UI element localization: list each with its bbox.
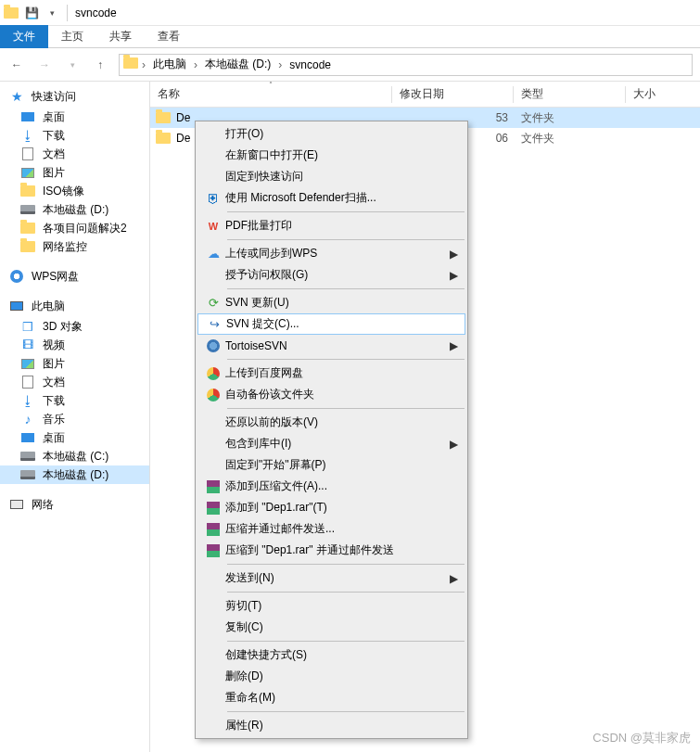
tab-file[interactable]: 文件: [0, 25, 48, 48]
context-menu-item[interactable]: 发送到(N)▶: [197, 567, 465, 589]
sidebar-network[interactable]: 网络: [0, 495, 149, 514]
window-titlebar: 💾 ▾ svncode: [0, 0, 700, 26]
tab-view[interactable]: 查看: [145, 25, 193, 48]
context-menu-item[interactable]: 复制(C): [197, 617, 465, 638]
crumb-pc[interactable]: 此电脑: [149, 57, 190, 72]
sidebar-item-documents[interactable]: 文档: [0, 145, 149, 163]
crumb-drive[interactable]: 本地磁盘 (D:): [201, 57, 274, 72]
sidebar-item-label: 音乐: [43, 412, 65, 427]
sidebar-item-drive-d[interactable]: 本地磁盘 (D:): [0, 465, 149, 484]
navbar: ← → ▾ ↑ › 此电脑 › 本地磁盘 (D:) › svncode: [0, 48, 700, 82]
chevron-right-icon: ▶: [450, 248, 458, 261]
sidebar-item-desktop[interactable]: 桌面: [0, 428, 149, 447]
save-icon[interactable]: 💾: [24, 6, 39, 20]
sidebar-item-drive-d[interactable]: 本地磁盘 (D:): [0, 200, 149, 219]
sidebar-item-label: 本地磁盘 (D:): [43, 202, 108, 218]
sidebar-item-pictures[interactable]: 图片: [0, 354, 149, 373]
tort-icon: [201, 339, 225, 352]
context-menu-item[interactable]: 在新窗口中打开(E): [197, 145, 465, 166]
context-menu-item[interactable]: 上传到百度网盘: [197, 363, 465, 384]
nav-up-button[interactable]: ↑: [91, 56, 109, 74]
sidebar-group-wps: WPS网盘: [0, 267, 149, 286]
context-menu-item[interactable]: 自动备份该文件夹: [197, 384, 465, 405]
sidebar-item-netmon[interactable]: 网络监控: [0, 237, 149, 256]
context-menu-item[interactable]: ⛨使用 Microsoft Defender扫描...: [197, 187, 465, 209]
sidebar-item-music[interactable]: ♪音乐: [0, 410, 149, 428]
context-menu-item[interactable]: 剪切(T): [197, 595, 465, 617]
sidebar-item-downloads[interactable]: ⭳下载: [0, 126, 149, 145]
sort-asc-icon: ˄: [269, 81, 273, 89]
context-menu-item[interactable]: 还原以前的版本(V): [197, 412, 465, 433]
context-menu-item[interactable]: 添加到 "Dep1.rar"(T): [197, 497, 465, 518]
context-menu-item[interactable]: 固定到快速访问: [197, 166, 465, 187]
context-menu-item[interactable]: 授予访问权限(G)▶: [197, 264, 465, 286]
sidebar-item-label: 此电脑: [32, 299, 65, 314]
context-menu-item[interactable]: 固定到"开始"屏幕(P): [197, 454, 465, 476]
rar-icon: [201, 523, 225, 536]
shield-icon: ⛨: [201, 191, 225, 206]
sidebar-item-drive-c[interactable]: 本地磁盘 (C:): [0, 447, 149, 465]
sidebar-group-pc: 此电脑 ❒3D 对象 🎞视频 图片 文档 ⭳下载 ♪音乐 桌面 本地磁盘 (C:…: [0, 297, 149, 484]
nav-forward-button[interactable]: →: [35, 56, 54, 74]
sidebar: ★快速访问 桌面 ⭳下载 文档 图片 ISO镜像 本地磁盘 (D:) 各项目问题…: [0, 82, 150, 752]
context-menu-item[interactable]: 重命名(M): [197, 687, 465, 708]
menu-item-label: 还原以前的版本(V): [225, 414, 441, 430]
breadcrumb[interactable]: › 此电脑 › 本地磁盘 (D:) › svncode: [119, 54, 693, 76]
sidebar-item-videos[interactable]: 🎞视频: [0, 336, 149, 354]
context-menu-item[interactable]: ⟳SVN 更新(U): [197, 292, 465, 313]
context-menu-item[interactable]: 添加到压缩文件(A)...: [197, 476, 465, 497]
chevron-right-icon[interactable]: ›: [142, 58, 146, 71]
folder-icon: [156, 133, 171, 144]
nav-history-dropdown[interactable]: ▾: [63, 56, 82, 74]
menu-item-label: 包含到库中(I): [225, 436, 441, 452]
menu-item-label: 发送到(N): [225, 570, 441, 586]
col-modified[interactable]: 修改日期: [392, 83, 513, 106]
menu-item-label: 添加到 "Dep1.rar"(T): [225, 500, 441, 516]
sidebar-item-iso[interactable]: ISO镜像: [0, 182, 149, 200]
menu-item-label: 复制(C): [225, 619, 441, 635]
menu-item-label: 固定到快速访问: [225, 169, 441, 185]
context-menu-item[interactable]: WPDF批量打印: [197, 215, 465, 236]
context-menu-item[interactable]: TortoiseSVN▶: [197, 335, 465, 356]
sidebar-item-label: 本地磁盘 (C:): [43, 449, 108, 465]
context-menu-item[interactable]: ↪SVN 提交(C)...: [197, 313, 465, 335]
sidebar-item-projects[interactable]: 各项目问题解决2: [0, 219, 149, 237]
context-menu-item[interactable]: 压缩并通过邮件发送...: [197, 518, 465, 540]
sidebar-item-label: 视频: [43, 338, 65, 353]
tab-home[interactable]: 主页: [48, 25, 96, 48]
sidebar-quick-access[interactable]: ★快速访问: [0, 87, 149, 106]
context-menu-item[interactable]: 创建快捷方式(S): [197, 644, 465, 666]
sidebar-item-documents[interactable]: 文档: [0, 373, 149, 391]
sidebar-group-network: 网络: [0, 495, 149, 514]
chevron-right-icon[interactable]: ›: [194, 58, 197, 71]
sidebar-item-downloads[interactable]: ⭳下载: [0, 391, 149, 410]
file-type: 文件夹: [521, 110, 632, 126]
sidebar-item-desktop[interactable]: 桌面: [0, 108, 149, 126]
tab-share[interactable]: 共享: [96, 25, 145, 48]
sidebar-item-pictures[interactable]: 图片: [0, 163, 149, 182]
sidebar-item-3d[interactable]: ❒3D 对象: [0, 317, 149, 336]
menu-separator: [227, 288, 465, 289]
col-type[interactable]: 类型: [514, 83, 625, 106]
col-size[interactable]: 大小: [626, 83, 700, 106]
context-menu-item[interactable]: 打开(O): [197, 123, 465, 145]
sidebar-wps[interactable]: WPS网盘: [0, 267, 149, 286]
context-menu-item[interactable]: 压缩到 "Dep1.rar" 并通过邮件发送: [197, 540, 465, 561]
dropdown-icon[interactable]: ▾: [45, 6, 59, 20]
col-name[interactable]: 名称˄: [150, 83, 391, 106]
context-menu-item[interactable]: 属性(R): [197, 715, 465, 736]
chevron-right-icon[interactable]: ›: [278, 58, 282, 71]
watermark: CSDN @莫非家虎: [592, 730, 691, 746]
crumb-folder[interactable]: svncode: [286, 58, 335, 71]
nav-back-button[interactable]: ←: [7, 56, 26, 74]
folder-icon: [123, 57, 138, 71]
context-menu-item[interactable]: ☁上传或同步到WPS▶: [197, 243, 465, 264]
menu-item-label: 在新窗口中打开(E): [225, 147, 441, 163]
context-menu-item[interactable]: 包含到库中(I)▶: [197, 433, 465, 454]
sidebar-thispc[interactable]: 此电脑: [0, 297, 149, 315]
menu-item-label: 剪切(T): [225, 598, 441, 614]
menu-item-label: 自动备份该文件夹: [225, 387, 441, 402]
menu-item-label: SVN 更新(U): [225, 295, 441, 311]
context-menu-item[interactable]: 删除(D): [197, 666, 465, 687]
sidebar-group-quick: ★快速访问 桌面 ⭳下载 文档 图片 ISO镜像 本地磁盘 (D:) 各项目问题…: [0, 87, 149, 256]
